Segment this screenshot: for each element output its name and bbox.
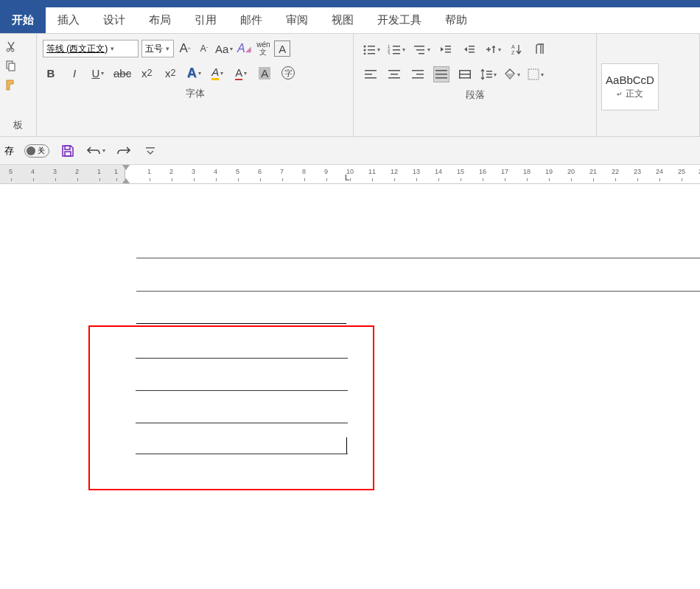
subscript-button[interactable]: x2: [139, 65, 155, 81]
tab-strip: 开始 插入 设计 布局 引用 邮件 审阅 视图 开发工具 帮助: [0, 7, 700, 34]
ruler-tick: 5: [236, 168, 239, 175]
ruler-tick: 4: [214, 168, 217, 175]
tab-view[interactable]: 视图: [320, 7, 365, 33]
strikethrough-button[interactable]: abc: [113, 65, 131, 81]
show-marks-button[interactable]: [532, 41, 548, 57]
decrease-indent-button[interactable]: [438, 41, 454, 57]
ruler-tick: 7: [280, 168, 284, 175]
ruler-tick: 3: [53, 168, 57, 175]
svg-point-6: [364, 49, 366, 52]
svg-rect-11: [393, 46, 400, 47]
svg-rect-37: [435, 74, 447, 75]
svg-rect-35: [412, 77, 424, 79]
tab-home[interactable]: 开始: [0, 7, 46, 33]
font-name-combo[interactable]: 等线 (西文正文)▾: [43, 40, 139, 57]
ruler-tick: 6: [258, 168, 262, 175]
bold-button[interactable]: B: [43, 65, 59, 81]
char-border-button[interactable]: A: [274, 40, 290, 57]
align-left-button[interactable]: [363, 66, 379, 82]
multilevel-list-button[interactable]: ▾: [413, 41, 430, 57]
svg-rect-18: [419, 53, 424, 54]
highlight-button[interactable]: A▾: [209, 65, 225, 81]
underline-button[interactable]: U▾: [90, 65, 106, 81]
font-color-button[interactable]: A▾: [233, 65, 249, 81]
clear-format-button[interactable]: A◢: [236, 40, 252, 57]
phonetic-guide-button[interactable]: wén文: [255, 40, 271, 57]
svg-point-8: [364, 53, 366, 55]
asian-layout-button[interactable]: ▾: [485, 41, 501, 57]
shrink-font-button[interactable]: Aˇ: [196, 40, 212, 57]
sort-button[interactable]: AZ: [508, 41, 525, 57]
document-page[interactable]: [0, 184, 700, 589]
styles-group: AaBbCcD ↵ 正文: [597, 34, 700, 136]
shading-button[interactable]: ▾: [504, 66, 520, 82]
svg-rect-16: [414, 46, 424, 47]
qat-customize-button[interactable]: [142, 143, 158, 159]
first-line-indent-marker[interactable]: [122, 165, 130, 170]
format-painter-icon[interactable]: [4, 78, 18, 91]
ruler-tick: 19: [545, 168, 553, 175]
cut-icon[interactable]: [4, 40, 18, 53]
tab-layout[interactable]: 布局: [137, 7, 183, 33]
tab-developer[interactable]: 开发工具: [365, 7, 433, 33]
undo-button[interactable]: ▾: [86, 143, 105, 159]
increase-indent-button[interactable]: [461, 41, 477, 57]
change-case-button[interactable]: Aa▾: [215, 40, 233, 57]
redo-button[interactable]: [116, 143, 132, 159]
ruler-tick: 21: [589, 168, 597, 175]
tab-insert[interactable]: 插入: [46, 7, 91, 33]
tab-references[interactable]: 引用: [183, 7, 228, 33]
copy-icon[interactable]: [4, 59, 18, 72]
ruler-tick: 12: [391, 168, 398, 175]
tab-design[interactable]: 设计: [91, 7, 137, 33]
char-shading-button[interactable]: A: [256, 65, 273, 81]
align-distributed-button[interactable]: [457, 66, 473, 82]
numbering-button[interactable]: 123▾: [388, 41, 405, 57]
line-spacing-button[interactable]: ▾: [480, 66, 497, 82]
superscript-button[interactable]: x2: [162, 65, 178, 81]
align-right-button[interactable]: [410, 66, 426, 82]
svg-rect-20: [445, 49, 451, 50]
grow-font-button[interactable]: A^: [177, 40, 193, 57]
underline-line: [136, 454, 348, 454]
svg-rect-33: [412, 70, 424, 71]
style-normal[interactable]: AaBbCcD ↵ 正文: [601, 63, 659, 110]
italic-button[interactable]: I: [66, 65, 83, 81]
text-effects-button[interactable]: A▾: [186, 65, 202, 81]
tab-mailings[interactable]: 邮件: [228, 7, 274, 33]
ruler-tick: 4: [31, 168, 35, 175]
svg-rect-30: [388, 70, 400, 71]
align-center-button[interactable]: [386, 66, 402, 82]
ruler-tick: 24: [656, 168, 663, 175]
svg-rect-49: [65, 152, 71, 156]
font-size-combo[interactable]: 五号▾: [141, 40, 174, 57]
svg-rect-24: [469, 52, 475, 53]
save-button[interactable]: [60, 143, 76, 159]
svg-text:3: 3: [388, 52, 391, 54]
svg-rect-9: [368, 53, 375, 54]
align-justify-button[interactable]: [433, 66, 449, 82]
svg-rect-36: [435, 70, 447, 71]
svg-rect-48: [65, 146, 70, 149]
svg-rect-3: [9, 63, 15, 71]
ruler-tick: 23: [634, 168, 641, 175]
underline-line: [136, 423, 348, 423]
paragraph-group-label: 段落: [358, 87, 592, 103]
bullets-button[interactable]: ▾: [363, 41, 380, 57]
ruler-tick: 1: [97, 168, 101, 175]
tab-review[interactable]: 审阅: [274, 7, 320, 33]
hanging-indent-marker[interactable]: [122, 178, 130, 183]
ruler[interactable]: 5 4 3 2 1 1 1 2 3 4 5 6 7 8 9 10 11 12 1…: [0, 165, 700, 184]
ruler-tick: 14: [435, 168, 442, 175]
svg-rect-46: [486, 77, 492, 78]
tab-stop-marker[interactable]: L: [345, 174, 349, 182]
svg-rect-19: [445, 46, 451, 47]
autosave-toggle[interactable]: 关: [24, 144, 49, 158]
svg-rect-39: [459, 70, 471, 71]
svg-rect-45: [486, 74, 492, 75]
enclosed-char-button[interactable]: 字: [280, 65, 296, 81]
clipboard-group-label: 板: [4, 117, 32, 133]
borders-button[interactable]: ▾: [528, 66, 544, 82]
svg-rect-40: [459, 74, 471, 75]
tab-help[interactable]: 帮助: [433, 7, 479, 33]
